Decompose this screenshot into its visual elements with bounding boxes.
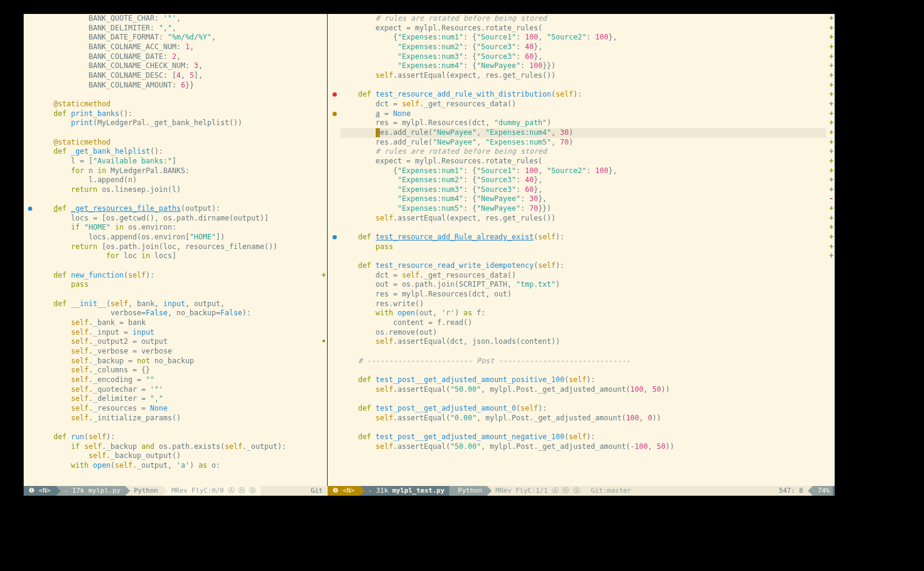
code-line[interactable]: if self._backup and os.path.exists(self.… (36, 442, 319, 452)
code-line[interactable]: def test_resource_add_rule_with_distribu… (340, 90, 826, 100)
code-line[interactable]: print(MyLedgerPal._get_bank_helplist()) (36, 118, 319, 128)
code-line[interactable]: dct = self._get_resources_data() (340, 271, 826, 281)
code-line[interactable]: def test_resource_read_write_idempotency… (340, 261, 826, 271)
code-line[interactable]: pass (36, 280, 319, 290)
code-line[interactable]: self._input = input (36, 328, 319, 338)
code-line[interactable]: res.add_rule("NewPayee", "Expenses:num4"… (340, 128, 826, 138)
code-line[interactable]: BANK_COLNAME_DATE: 2, (36, 52, 319, 62)
code-line[interactable] (340, 81, 826, 91)
code-line[interactable]: self._resources = None (36, 404, 319, 414)
code-line[interactable] (340, 394, 826, 404)
code-line[interactable]: "Expenses:num4": {"NewPayee": 30}, (340, 194, 826, 204)
code-line[interactable]: "Expenses:num5": {"NewPayee": 70}}) (340, 204, 826, 214)
code-line[interactable]: BANK_DATE_FORMAT: "%m/%d/%Y", (36, 33, 319, 43)
code-line[interactable]: "Expenses:num4": {"NewPayee": 100}}) (340, 61, 826, 71)
code-line[interactable]: a = None (340, 109, 826, 119)
code-line[interactable]: l.append(n) (36, 176, 319, 185)
code-line[interactable]: with open(self._output, 'a') as o: (36, 461, 319, 471)
right-code[interactable]: # rules are rotated before being stored … (340, 14, 826, 486)
code-line[interactable]: res.add_rule("NewPayee", "Expenses:num5"… (340, 138, 826, 148)
code-line[interactable]: expect = mylpl.Resources.rotate_rules( (340, 157, 826, 166)
code-line[interactable]: BANK_COLNAME_DESC: [4, 5], (36, 71, 319, 81)
code-line[interactable]: def test_post__get_adjusted_amount_0(sel… (340, 404, 826, 414)
code-line[interactable]: self.assertEqual(expect, res.get_rules()… (340, 71, 826, 81)
code-line[interactable]: if "HOME" in os.environ: (36, 223, 319, 233)
code-line[interactable]: l = ["Available banks:"] (36, 157, 319, 166)
code-line[interactable]: def _get_bank_helplist(): (36, 147, 319, 157)
code-line[interactable]: self.assertEqual("50.00", mylpl.Post._ge… (340, 442, 826, 452)
code-line[interactable]: def __init__(self, bank, input, output, (36, 299, 319, 309)
code-line[interactable]: self._quotechar = '"' (36, 385, 319, 395)
code-line[interactable]: dct = self._get_resources_data() (340, 100, 826, 109)
code-line[interactable]: self._output2 = output (36, 337, 319, 347)
code-line[interactable]: locs.append(os.environ["HOME"]) (36, 233, 319, 242)
code-line[interactable]: with open(out, 'r') as f: (340, 309, 826, 318)
code-line[interactable]: self._backup = not no_backup (36, 357, 319, 366)
code-line[interactable]: res = mylpl.Resources(dct, out) (340, 290, 826, 299)
code-line[interactable] (36, 423, 319, 433)
code-line[interactable]: res.write() (340, 299, 826, 309)
code-line[interactable] (36, 90, 319, 100)
code-line[interactable]: pass (340, 242, 826, 252)
code-line[interactable]: # rules are rotated before being stored (340, 14, 826, 24)
code-line[interactable]: self.assertEqual("0.00", mylpl.Post._get… (340, 414, 826, 423)
code-line[interactable]: self._columns = {} (36, 366, 319, 375)
code-line[interactable]: "Expenses:num2": {"Source3": 40}, (340, 43, 826, 52)
code-line[interactable]: return os.linesep.join(l) (36, 185, 319, 195)
code-line[interactable]: def test_post__get_adjusted_amount_posit… (340, 375, 826, 385)
code-line[interactable]: def print_banks(): (36, 109, 319, 119)
code-line[interactable] (340, 251, 826, 261)
code-line[interactable]: os.remove(out) (340, 328, 826, 338)
code-line[interactable]: self._initialize_params() (36, 414, 319, 423)
code-line[interactable]: self._verbose = verbose (36, 347, 319, 357)
code-line[interactable] (340, 223, 826, 233)
code-line[interactable]: content = f.read() (340, 318, 826, 328)
code-line[interactable]: BANK_COLNAME_ACC_NUM: 1, (36, 43, 319, 52)
code-line[interactable]: self.assertEqual("50.00", mylpl.Post._ge… (340, 385, 826, 395)
code-line[interactable]: BANK_COLNAME_CHECK_NUM: 3, (36, 61, 319, 71)
code-line[interactable]: def _get_resources_file_paths(output): (36, 204, 319, 214)
code-line[interactable]: self._delimiter = "," (36, 394, 319, 404)
left-code[interactable]: BANK_QUOTE_CHAR: '"', BANK_DELIMITER: ",… (36, 14, 319, 486)
code-line[interactable]: BANK_COLNAME_AMOUNT: 6}} (36, 81, 319, 91)
code-line[interactable] (36, 290, 319, 299)
code-line[interactable]: {"Expenses:num1": {"Source1": 100, "Sour… (340, 166, 826, 176)
code-line[interactable]: @staticmethod (36, 100, 319, 109)
code-line[interactable]: res = mylpl.Resources(dct, "dummy_path") (340, 118, 826, 128)
code-line[interactable]: @staticmethod (36, 138, 319, 148)
code-line[interactable] (36, 261, 319, 271)
code-line[interactable]: BANK_DELIMITER: ",", (36, 24, 319, 33)
code-line[interactable]: "Expenses:num3": {"Source3": 60}, (340, 52, 826, 62)
code-line[interactable]: self._bank = bank (36, 318, 319, 328)
code-line[interactable]: BANK_QUOTE_CHAR: '"', (36, 14, 319, 24)
code-line[interactable]: expect = mylpl.Resources.rotate_rules( (340, 24, 826, 33)
code-line[interactable]: out = os.path.join(SCRIPT_PATH, "tmp.txt… (340, 280, 826, 290)
code-line[interactable]: def test_resource_add_Rule_already_exist… (340, 233, 826, 242)
code-line[interactable]: verbose=False, no_backup=False): (36, 309, 319, 318)
code-line[interactable]: def new_function(self): (36, 271, 319, 281)
code-line[interactable] (340, 366, 826, 375)
code-line[interactable]: "Expenses:num2": {"Source3": 40}, (340, 176, 826, 185)
code-line[interactable]: def run(self): (36, 433, 319, 442)
code-line[interactable] (340, 347, 826, 357)
code-line[interactable]: return [os.path.join(loc, resources_file… (36, 242, 319, 252)
code-line[interactable]: {"Expenses:num1": {"Source1": 100, "Sour… (340, 33, 826, 43)
code-line[interactable]: self._encoding = "" (36, 375, 319, 385)
code-line[interactable]: "Expenses:num3": {"Source3": 60}, (340, 185, 826, 195)
code-line[interactable] (340, 423, 826, 433)
code-line[interactable]: self._backup_output() (36, 451, 319, 461)
code-line[interactable] (36, 194, 319, 204)
code-line[interactable]: self.assertEqual(dct, json.loads(content… (340, 337, 826, 347)
right-pane[interactable]: # rules are rotated before being stored … (328, 14, 835, 486)
code-line[interactable]: # rules are rotated before being stored (340, 147, 826, 157)
code-line[interactable]: self.assertEqual(expect, res.get_rules()… (340, 214, 826, 224)
modeline-left-inactive[interactable]: ❶ <N> - 17k mylpl.py Python MRev FlyC:0/… (24, 486, 328, 496)
code-line[interactable]: # ------------------------ Post --------… (340, 357, 826, 366)
code-line[interactable] (36, 128, 319, 138)
modeline-right-active[interactable]: ❷ <N> - 31k mylpl_test.py Python MRev Fl… (328, 486, 835, 496)
code-line[interactable]: def test_post__get_adjusted_amount_negat… (340, 433, 826, 442)
code-line[interactable]: locs = [os.getcwd(), os.path.dirname(out… (36, 214, 319, 224)
left-pane[interactable]: BANK_QUOTE_CHAR: '"', BANK_DELIMITER: ",… (24, 14, 328, 486)
code-line[interactable]: for n in MyLedgerPal.BANKS: (36, 166, 319, 176)
code-line[interactable]: for loc in locs] (36, 251, 319, 261)
